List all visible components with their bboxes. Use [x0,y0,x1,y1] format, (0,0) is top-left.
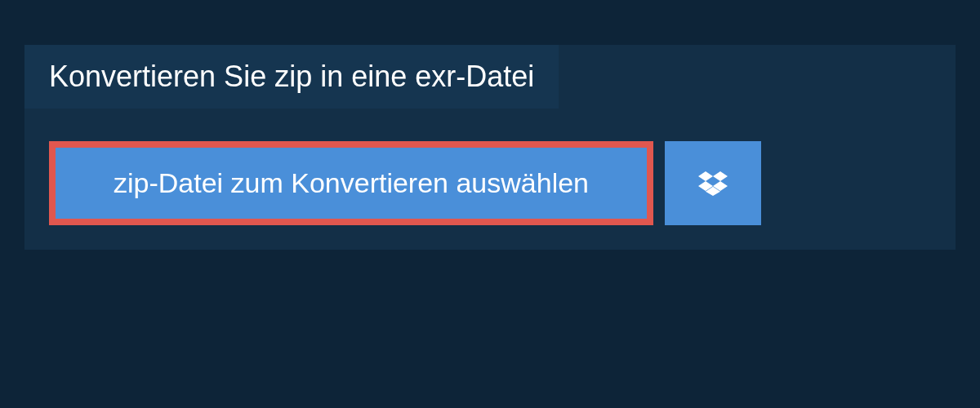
converter-panel: Konvertieren Sie zip in eine exr-Datei z… [24,45,956,250]
dropbox-icon [698,169,728,198]
dropbox-button[interactable] [665,141,761,225]
choose-file-button[interactable]: zip-Datei zum Konvertieren auswählen [49,141,653,225]
title-text: Konvertieren Sie zip in eine exr-Datei [49,60,534,93]
button-row: zip-Datei zum Konvertieren auswählen [49,141,931,225]
page-title: Konvertieren Sie zip in eine exr-Datei [24,45,559,109]
choose-file-label: zip-Datei zum Konvertieren auswählen [114,167,589,199]
